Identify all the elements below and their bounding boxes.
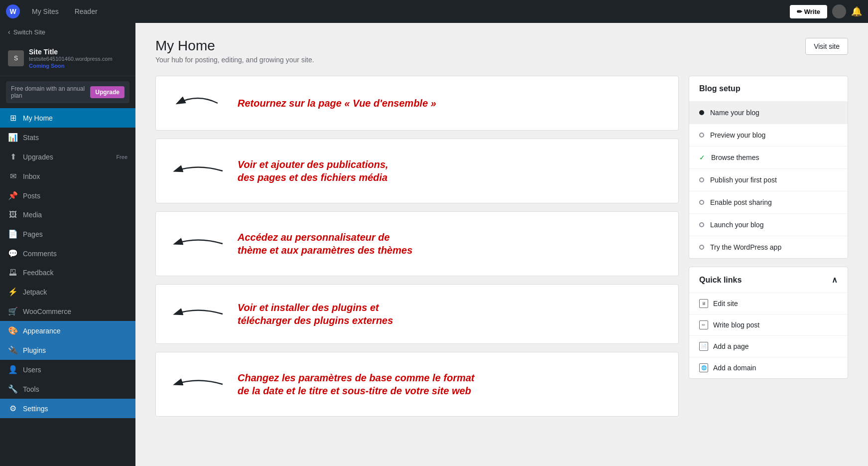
right-panel: Blog setup Name your blog Preview your b… (689, 76, 848, 417)
quick-link-label-edit-site: Edit site (713, 300, 738, 308)
card-appearance: Accédez au personnalisateur de thème et … (155, 211, 679, 276)
setup-item-preview[interactable]: Preview your blog (689, 124, 848, 147)
setup-item-publish[interactable]: Publish your first post (689, 169, 848, 191)
avatar[interactable] (832, 4, 846, 18)
setup-dot-sharing (699, 200, 704, 205)
setup-item-app[interactable]: Try the WordPress app (689, 236, 848, 258)
posts-icon: 📌 (8, 191, 18, 200)
sidebar-item-label-plugins: Plugins (23, 346, 46, 354)
quick-link-add-domain[interactable]: 🌐 Add a domain (689, 357, 848, 378)
users-icon: 👤 (8, 365, 18, 374)
sidebar-item-upgrades[interactable]: ⬆ Upgrades Free (0, 147, 135, 166)
quick-link-label-add-domain: Add a domain (713, 364, 756, 372)
cards-area: Retournez sur la page « Vue d'ensemble »… (155, 76, 848, 417)
sidebar-item-plugins[interactable]: 🔌 Plugins (0, 340, 135, 360)
setup-item-name[interactable]: Name your blog (689, 102, 848, 124)
wp-logo-icon: W (6, 4, 20, 18)
sidebar-item-users[interactable]: 👤 Users (0, 360, 135, 379)
sidebar-item-inbox[interactable]: ✉ Inbox (0, 166, 135, 186)
sidebar-item-label-users: Users (23, 366, 41, 374)
feedback-icon: 🗳 (8, 268, 18, 277)
quick-link-write-post[interactable]: ✏ Write blog post (689, 314, 848, 336)
pages-icon: 📄 (8, 229, 18, 239)
setup-item-label-browse: Browse themes (711, 154, 759, 161)
tools-icon: 🔧 (8, 384, 18, 394)
topbar-logo: W (6, 4, 20, 18)
page-title: My Home (155, 38, 314, 54)
upgrade-button[interactable]: Upgrade (90, 86, 124, 98)
sidebar-item-appearance[interactable]: 🎨 Appearance (0, 321, 135, 340)
sidebar-item-woocommerce[interactable]: 🛒 WooCommerce (0, 302, 135, 321)
write-button[interactable]: ✏ Write (790, 5, 827, 18)
setup-item-launch[interactable]: Launch your blog (689, 214, 848, 236)
sidebar-item-label-inbox: Inbox (23, 172, 40, 180)
setup-dot-publish (699, 177, 704, 182)
edit-site-icon: 🖥 (699, 299, 708, 308)
appearance-icon: 🎨 (8, 326, 18, 335)
topbar: W My Sites Reader ✏ Write 🔔 (0, 0, 868, 23)
visit-site-button[interactable]: Visit site (805, 38, 848, 55)
notifications-bell-icon[interactable]: 🔔 (851, 6, 862, 17)
quick-links-card: Quick links ∧ 🖥 Edit site ✏ Write blog p… (689, 267, 848, 379)
arrow-icon-1 (168, 88, 228, 118)
setup-item-label-publish: Publish your first post (710, 176, 777, 184)
sidebar-item-label-jetpack: Jetpack (23, 288, 47, 296)
woocommerce-icon: 🛒 (8, 307, 18, 316)
sidebar-item-label-stats: Stats (23, 134, 39, 142)
annotation-4: Voir et installer des plugins et télécha… (238, 301, 393, 327)
sidebar-item-posts[interactable]: 📌 Posts (0, 186, 135, 205)
page-title-area: My Home Your hub for posting, editing, a… (155, 38, 314, 64)
sidebar-item-feedback[interactable]: 🗳 Feedback (0, 263, 135, 282)
annotation-3: Accédez au personnalisateur de thème et … (238, 231, 412, 257)
sidebar-item-comments[interactable]: 💬 Comments (0, 244, 135, 263)
sidebar-item-jetpack[interactable]: ⚡ Jetpack (0, 282, 135, 302)
media-icon: 🖼 (8, 210, 18, 219)
quick-link-edit-site[interactable]: 🖥 Edit site (689, 293, 848, 314)
coming-soon-badge[interactable]: Coming Soon (29, 63, 127, 69)
plugins-icon: 🔌 (8, 345, 18, 355)
sidebar-item-stats[interactable]: 📊 Stats (0, 128, 135, 147)
sidebar-item-settings[interactable]: ⚙ Settings (0, 399, 135, 418)
add-domain-icon: 🌐 (699, 363, 708, 372)
layout: ‹ Switch Site S Site Title testsite64510… (0, 23, 868, 466)
sidebar-item-media[interactable]: 🖼 Media (0, 205, 135, 224)
left-cards: Retournez sur la page « Vue d'ensemble »… (155, 76, 679, 417)
sidebar: ‹ Switch Site S Site Title testsite64510… (0, 23, 135, 466)
quick-links-container: 🖥 Edit site ✏ Write blog post 📄 Add a pa… (689, 293, 848, 378)
setup-item-browse[interactable]: ✓ Browse themes (689, 147, 848, 169)
collapse-icon[interactable]: ∧ (832, 275, 838, 285)
sidebar-item-label-pages: Pages (23, 230, 43, 238)
upgrade-text: Free domain with an annual plan (11, 85, 90, 99)
sidebar-item-label-woocommerce: WooCommerce (23, 308, 71, 315)
card-overview: Retournez sur la page « Vue d'ensemble » (155, 76, 679, 131)
site-title: Site Title (29, 48, 127, 56)
site-url: testsite645101460.wordpress.com (29, 56, 127, 62)
sidebar-item-label-upgrades: Upgrades (23, 153, 53, 161)
topbar-left: W My Sites Reader (6, 4, 102, 18)
switch-site-button[interactable]: ‹ Switch Site (0, 23, 135, 41)
topbar-right: ✏ Write 🔔 (790, 4, 862, 18)
sidebar-item-pages[interactable]: 📄 Pages (0, 224, 135, 244)
sidebar-item-label-appearance: Appearance (23, 327, 61, 335)
annotation-5: Changez les paramètres de base comme le … (238, 371, 475, 397)
switch-site-label: Switch Site (13, 28, 45, 36)
reader-link[interactable]: Reader (71, 5, 102, 17)
setup-dot-preview (699, 133, 704, 138)
sidebar-item-tools[interactable]: 🔧 Tools (0, 379, 135, 399)
sidebar-item-label-feedback: Feedback (23, 269, 53, 277)
arrow-icon-5 (168, 367, 228, 402)
inbox-icon: ✉ (8, 171, 18, 181)
site-icon: S (8, 50, 24, 66)
settings-icon: ⚙ (8, 404, 18, 413)
card-plugins: Voir et installer des plugins et télécha… (155, 284, 679, 344)
setup-item-label-launch: Launch your blog (710, 221, 763, 229)
my-sites-link[interactable]: My Sites (28, 5, 63, 17)
setup-dot-filled-name (699, 110, 704, 115)
sidebar-item-label-posts: Posts (23, 192, 40, 200)
setup-item-sharing[interactable]: Enable post sharing (689, 191, 848, 214)
quick-link-label-write-post: Write blog post (713, 321, 759, 329)
sidebar-item-my-home[interactable]: ⊞ My Home (0, 108, 135, 128)
arrow-icon-2 (168, 154, 228, 188)
quick-link-add-page[interactable]: 📄 Add a page (689, 336, 848, 357)
site-details: Site Title testsite645101460.wordpress.c… (29, 48, 127, 69)
